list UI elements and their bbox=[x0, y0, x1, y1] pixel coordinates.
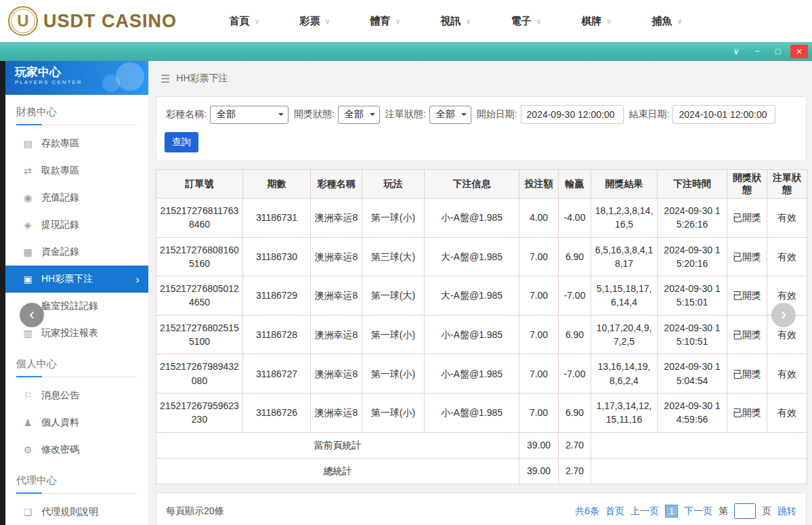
player-report-icon: ▥ bbox=[22, 328, 34, 339]
window-minimize-button[interactable]: − bbox=[748, 45, 766, 58]
cell-win-loss: -7.00 bbox=[559, 354, 591, 394]
sidebar-item-recharge-record[interactable]: ◉ 充值記錄 bbox=[5, 184, 148, 211]
total-count-text: 共6条 bbox=[575, 505, 599, 518]
bets-table-wrapper: 訂單號 期數 彩種名稱 玩法 下注信息 投注額 輸贏 開獎結果 下注時間 開獎狀… bbox=[156, 169, 807, 484]
jump-button[interactable]: 跳转 bbox=[777, 505, 796, 518]
order-status-select[interactable]: 全部 bbox=[429, 106, 471, 124]
cell-order-no: 215217267959623230 bbox=[156, 393, 243, 432]
cell-draw-result: 6,5,16,3,8,4,18,17 bbox=[591, 237, 658, 276]
end-date-label: 結束日期: bbox=[629, 108, 670, 121]
nav-item-slots[interactable]: 電子 ∨ bbox=[491, 15, 561, 28]
cell-bet-time: 2024-09-30 14:59:56 bbox=[658, 393, 727, 432]
lottery-name-select[interactable]: 全部 bbox=[210, 106, 289, 124]
decorative-circle-icon bbox=[102, 75, 120, 92]
top-header: U USDT CASINO 首頁 ∨ 彩票 ∨ 體育 ∨ 視訊 ∨ 電子 ∨ bbox=[0, 0, 812, 42]
brand-name: USDT CASINO bbox=[43, 11, 177, 32]
cell-draw-result: 18,1,2,3,8,14,16,5 bbox=[591, 198, 658, 238]
cell-period: 31186727 bbox=[243, 354, 311, 394]
window-close-button[interactable]: × bbox=[790, 45, 808, 58]
scroll-right-button[interactable]: › bbox=[771, 303, 796, 327]
cell-period: 31186731 bbox=[243, 198, 311, 238]
cell-order-status: 有效 bbox=[767, 393, 807, 432]
withdraw-icon: ⇄ bbox=[22, 165, 34, 176]
sidebar-item-profile[interactable]: ♟ 個人資料 bbox=[5, 409, 148, 436]
cell-bet-time: 2024-09-30 15:26:16 bbox=[658, 198, 727, 238]
cell-lottery-name: 澳洲幸运8 bbox=[311, 276, 362, 316]
cell-draw-result: 13,16,14,19,8,6,2,4 bbox=[591, 354, 658, 394]
cell-bet-info: 小-A盤@1.985 bbox=[425, 393, 519, 432]
sidebar-header: 玩家中心 PLAYERS CENTER bbox=[5, 61, 148, 95]
cell-bet-amount: 7.00 bbox=[519, 315, 559, 354]
current-page-indicator[interactable]: 1 bbox=[665, 505, 678, 518]
chevron-down-icon bbox=[278, 113, 284, 119]
query-button[interactable]: 查詢 bbox=[165, 132, 198, 152]
section-title-finance: 財務中心 bbox=[16, 106, 137, 125]
sidebar-item-change-password[interactable]: ⚙ 修改密碼 bbox=[5, 436, 148, 463]
column-header-win-loss: 輸贏 bbox=[559, 170, 591, 198]
jump-page-input[interactable] bbox=[734, 503, 756, 519]
table-row: 2152172768081605160 31186730 澳洲幸运8 第三球(大… bbox=[156, 237, 807, 276]
hamburger-menu-icon[interactable]: ☰ bbox=[161, 72, 170, 85]
column-header-order-status: 注單狀態 bbox=[767, 170, 807, 198]
nav-label: 首頁 bbox=[229, 15, 249, 28]
column-header-order-no: 訂單號 bbox=[156, 170, 243, 198]
cell-bet-amount: 4.00 bbox=[519, 198, 559, 238]
nav-item-fishing[interactable]: 捕魚 ∨ bbox=[632, 15, 702, 28]
nav-item-lottery[interactable]: 彩票 ∨ bbox=[280, 15, 350, 28]
sidebar-item-withdraw[interactable]: ⇄ 取款專區 bbox=[5, 157, 148, 184]
start-date-input[interactable] bbox=[521, 105, 624, 124]
chevron-down-icon: ∨ bbox=[254, 17, 259, 26]
chevron-down-icon: ∨ bbox=[677, 17, 682, 26]
draw-status-label: 開獎狀態: bbox=[294, 108, 335, 121]
main-content: ☰ HH彩票下注 彩種名稱: 全部 開獎狀態: 全部 注單狀態: 全部 bbox=[148, 61, 812, 525]
table-row: 2152172768117638460 31186731 澳洲幸运8 第一球(小… bbox=[156, 198, 807, 238]
cell-bet-info: 大-A盤@1.985 bbox=[425, 276, 519, 316]
cell-period: 31186728 bbox=[243, 315, 311, 354]
sidebar-item-cashout-record[interactable]: ◈ 提現記錄 bbox=[5, 211, 148, 238]
window-maximize-button[interactable]: □ bbox=[769, 45, 787, 58]
chevron-down-icon: ∨ bbox=[395, 17, 400, 26]
cell-bet-info: 小-A盤@1.985 bbox=[425, 198, 519, 238]
profile-icon: ♟ bbox=[22, 417, 34, 428]
sidebar-item-agent-rules[interactable]: ❏ 代理規則說明 bbox=[5, 499, 148, 525]
cell-win-loss: 6.90 bbox=[559, 315, 591, 354]
cell-lottery-name: 澳洲幸运8 bbox=[311, 315, 362, 354]
first-page-link[interactable]: 首页 bbox=[605, 505, 624, 518]
sidebar-item-label: 充值記錄 bbox=[41, 192, 79, 204]
sidebar-item-label: 提現記錄 bbox=[41, 219, 79, 231]
jump-suffix-label: 页 bbox=[762, 505, 771, 518]
table-row: 215217267959623230 31186726 澳洲幸运8 第一球(小)… bbox=[156, 393, 807, 432]
nav-item-cards[interactable]: 棋牌 ∨ bbox=[561, 15, 632, 28]
sidebar-item-funds-record[interactable]: ▦ 資金記錄 bbox=[5, 238, 148, 266]
sidebar-item-deposit[interactable]: ▤ 存款專區 bbox=[5, 130, 148, 157]
filter-row: 彩種名稱: 全部 開獎狀態: 全部 注單狀態: 全部 開始日期: 結束日期: bbox=[165, 105, 798, 124]
next-page-link[interactable]: 下一页 bbox=[684, 505, 712, 518]
sidebar-item-label: HH彩票下注 bbox=[41, 273, 93, 285]
nav-label: 視訊 bbox=[440, 15, 461, 28]
window-collapse-button[interactable]: ∨ bbox=[727, 45, 745, 58]
prev-page-link[interactable]: 上一页 bbox=[631, 505, 659, 518]
scroll-left-button[interactable]: ‹ bbox=[20, 303, 44, 327]
cell-order-no: 2152172768025155100 bbox=[156, 315, 243, 354]
brand-logo[interactable]: U USDT CASINO bbox=[8, 6, 177, 36]
nav-item-sports[interactable]: 體育 ∨ bbox=[350, 15, 421, 28]
cell-bet-amount: 7.00 bbox=[519, 276, 559, 316]
sidebar-item-hh-lottery-bets[interactable]: ▣ HH彩票下注 › bbox=[5, 266, 148, 293]
end-date-input[interactable] bbox=[672, 105, 775, 124]
sidebar-item-label: 資金記錄 bbox=[41, 246, 79, 258]
cell-win-loss: 6.90 bbox=[559, 393, 591, 432]
nav-label: 彩票 bbox=[299, 15, 320, 28]
summary-row-current-page: 當前頁統計 39.00 2.70 bbox=[156, 432, 807, 458]
cell-draw-status: 已開獎 bbox=[727, 237, 767, 276]
nav-item-home[interactable]: 首頁 ∨ bbox=[209, 15, 280, 28]
summary-empty bbox=[591, 432, 807, 458]
pagination-bar: 每頁顯示20條 共6条 首页 上一页 1 下一页 第 页 跳转 bbox=[156, 492, 807, 525]
draw-status-select[interactable]: 全部 bbox=[338, 106, 380, 124]
cell-win-loss: -4.00 bbox=[559, 198, 591, 238]
sidebar-item-label: 修改密碼 bbox=[41, 444, 79, 456]
funds-record-icon: ▦ bbox=[22, 247, 34, 257]
sidebar-item-announcements[interactable]: ⚐ 消息公告 bbox=[5, 382, 148, 409]
window-titlebar: ∨ − □ × bbox=[0, 42, 812, 61]
nav-item-live[interactable]: 視訊 ∨ bbox=[421, 15, 491, 28]
cell-order-status: 有效 bbox=[767, 198, 807, 238]
